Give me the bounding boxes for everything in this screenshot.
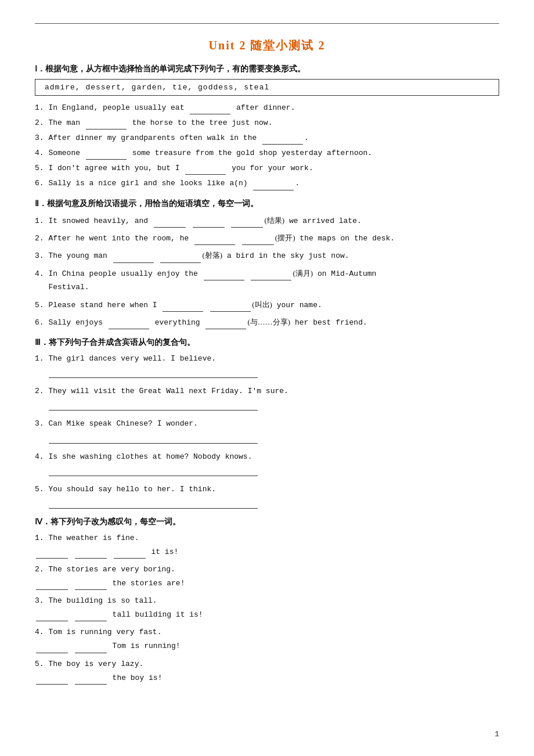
word-box: admire, dessert, garden, tie, goddess, s… [35,79,499,96]
blank [114,558,146,559]
blank [190,114,230,114]
list-item: 4. Someone some treasure from the gold s… [35,147,499,160]
section-IV-questions: 1. The weather is fine. it is! 2. The st… [35,532,499,685]
blank [262,144,303,145]
section-III: Ⅲ．将下列句子合并成含宾语从句的复合句。 1. The girl dances … [35,337,499,508]
blank [205,329,246,329]
blank [36,684,68,685]
blank [75,558,107,559]
list-item: 1. The girl dances very well. I believe. [35,352,499,365]
blank [193,227,225,228]
list-item: 1. The weather is fine. [35,532,499,545]
section-II: Ⅱ．根据句意及所给汉语提示，用恰当的短语填空，每空一词。 1. It snowe… [35,199,499,330]
list-item: the boy is! [35,672,499,685]
blank [210,311,251,312]
list-item: 5. The boy is very lazy. [35,658,499,671]
blank [86,159,127,160]
list-item: 2. The man the horse to the tree just no… [35,117,499,129]
blank [75,589,107,590]
list-item: 3. The young man (射落) a bird in the sky … [35,249,499,262]
list-item: 2. After he went into the room, he (摆开) … [35,231,499,245]
list-item: 4. Tom is running very fast. [35,626,499,639]
blank [253,190,294,190]
section-IV: Ⅳ．将下列句子改为感叹句，每空一词。 1. The weather is fin… [35,517,499,685]
section-I-questions: 1. In England, people usually eat after … [35,102,499,190]
list-item: 4. Is she washing clothes at home? Nobod… [35,451,499,463]
section-III-questions: 1. The girl dances very well. I believe.… [35,352,499,508]
page-title: Unit 2 随堂小测试 2 [35,38,499,53]
list-item: 3. After dinner my grandparents often wa… [35,132,499,145]
top-divider [35,23,499,24]
blank [160,262,201,263]
blank [231,227,263,228]
section-I-header: Ⅰ．根据句意，从方框中选择恰当的单词完成下列句子，有的需要变换形式。 [35,64,499,74]
blank [75,684,107,685]
list-item: 3. Can Mike speak Chinese? I wonder. [35,417,499,430]
section-I: Ⅰ．根据句意，从方框中选择恰当的单词完成下列句子，有的需要变换形式。 admir… [35,64,499,190]
answer-line [49,368,258,378]
answer-line [49,466,258,476]
list-item: 2. The stories are very boring. [35,563,499,576]
list-item: 5. Please stand here when I (叫出) your na… [35,298,499,312]
blank [113,262,154,263]
list-item: 6. Sally is a nice girl and she looks li… [35,177,499,190]
blank [154,227,186,228]
blank [163,311,203,312]
list-item: 4. In China people usually enjoy the (满月… [35,267,499,294]
blank [109,329,149,329]
list-item: 6. Sally enjoys everything (与……分享) her b… [35,315,499,329]
blank [86,129,127,129]
list-item: Tom is running! [35,640,499,653]
answer-line [49,433,258,444]
blank [242,244,274,245]
list-item: 5. I don't agree with you, but I you for… [35,162,499,175]
list-item: 1. It snowed heavily, and (结果) we arrive… [35,214,499,228]
blank [36,653,68,653]
blank [75,621,107,621]
list-item: 3. The building is so tall. [35,595,499,607]
section-II-header: Ⅱ．根据句意及所给汉语提示，用恰当的短语填空，每空一词。 [35,199,499,209]
list-item: tall building it is! [35,609,499,621]
blank [251,280,291,280]
blank [36,589,68,590]
list-item: the stories are! [35,577,499,590]
blank [36,621,68,621]
blank [36,558,68,559]
blank [185,174,226,175]
blank [194,244,235,245]
answer-line [49,400,258,411]
list-item: 5. You should say hello to her. I think. [35,483,499,496]
list-item: it is! [35,546,499,559]
list-item: 1. In England, people usually eat after … [35,102,499,114]
blank [204,280,244,280]
answer-line [49,498,258,509]
blank [75,653,107,653]
section-III-header: Ⅲ．将下列句子合并成含宾语从句的复合句。 [35,337,499,348]
list-item: 2. They will visit the Great Wall next F… [35,385,499,398]
section-II-questions: 1. It snowed heavily, and (结果) we arrive… [35,214,499,330]
section-IV-header: Ⅳ．将下列句子改为感叹句，每空一词。 [35,517,499,527]
